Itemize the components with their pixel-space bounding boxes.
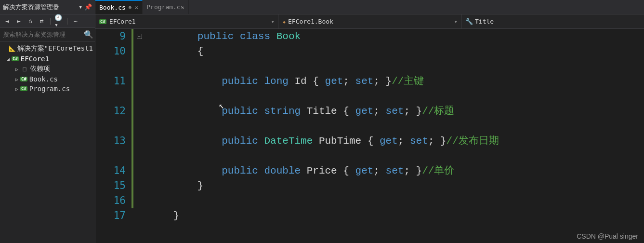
search-icon[interactable]: 🔍	[84, 30, 93, 39]
home-icon[interactable]: ⌂	[26, 17, 35, 26]
nav-member-label: Title	[475, 18, 494, 25]
code-line[interactable]: public DateTime PubTime { get; set; }//发…	[149, 134, 644, 148]
chevron-right-icon: ▷	[13, 67, 20, 72]
code-line[interactable]: public string Title { get; set; }//标题	[149, 104, 644, 119]
editor-margin	[95, 29, 105, 243]
back-icon[interactable]: ◄	[3, 17, 12, 26]
dropdown-icon[interactable]: ▾	[79, 3, 82, 11]
fold-toggle-icon[interactable]: −	[137, 34, 142, 39]
chevron-down-icon: ◢	[5, 56, 12, 62]
nav-class-dropdown[interactable]: ⬥ EFCore1.Book ▼	[278, 14, 461, 28]
wrench-icon: 🔧	[465, 18, 473, 25]
solution-explorer-header: 解决方案资源管理器 ▾ 📌	[0, 0, 95, 14]
close-icon[interactable]: ×	[134, 4, 138, 11]
nav-bar: C# EFCore1 ▼ ⬥ EFCore1.Book ▼ 🔧 Title	[95, 14, 644, 29]
code-line[interactable]: public class Book	[149, 29, 644, 44]
code-line[interactable]: }	[149, 208, 644, 223]
class-icon: ⬥	[282, 18, 286, 25]
nav-class-label: EFCore1.Book	[288, 18, 333, 25]
editor-tabs: Book.cs ⊕ × Program.cs	[95, 0, 644, 14]
line-number: 11	[105, 74, 126, 89]
more-icon[interactable]: ⋯	[71, 17, 80, 26]
code-line[interactable]: public long Id { get; set; }//主键	[149, 74, 644, 89]
line-number: 10	[105, 44, 126, 59]
line-number: 16	[105, 193, 126, 208]
line-number: 12	[105, 104, 126, 119]
tab-program[interactable]: Program.cs	[143, 0, 188, 14]
code-line[interactable]	[149, 193, 644, 208]
nav-project-label: EFCore1	[109, 18, 136, 25]
chevron-down-icon: ▼	[455, 19, 457, 24]
chevron-down-icon: ▼	[272, 19, 274, 24]
sync-icon[interactable]: ⇄	[38, 17, 46, 26]
line-number: 17	[105, 208, 126, 223]
line-number: 15	[105, 178, 126, 193]
watermark: CSDN @Pual singer	[577, 232, 638, 240]
tree-item-label: Book.cs	[29, 75, 58, 83]
tab-label: Book.cs	[99, 4, 126, 11]
solution-toolbar: ◄ ► ⌂ ⇄ 🕘▾ ⋯	[0, 14, 95, 28]
line-number: 14	[105, 163, 126, 178]
line-number: 9	[105, 29, 126, 44]
tab-label: Program.cs	[146, 3, 184, 11]
line-number: 13	[105, 134, 126, 148]
project-node[interactable]: ◢ C# EFCore1	[0, 54, 95, 64]
search-row: 🔍	[0, 28, 95, 41]
history-icon[interactable]: 🕘▾	[54, 17, 63, 26]
project-label: EFCore1	[21, 55, 49, 63]
tree-item-deps[interactable]: ▷ ⬚ 依赖项	[0, 64, 95, 74]
code-line[interactable]: public double Price { get; set; }//单价	[149, 163, 644, 178]
tree-item-label: Program.cs	[29, 85, 70, 93]
solution-label: 解决方案"EFCoreTest1	[17, 44, 93, 53]
solution-tree: 📐 解决方案"EFCoreTest1 ◢ C# EFCore1 ▷ ⬚ 依赖项 …	[0, 41, 95, 95]
code-editor[interactable]: 91011121314151617 − public class Book { …	[95, 29, 644, 243]
nav-member-dropdown[interactable]: 🔧 Title	[461, 14, 644, 28]
tree-item-label: 依赖项	[30, 65, 50, 73]
tab-book[interactable]: Book.cs ⊕ ×	[95, 0, 143, 14]
csharp-file-icon: C#	[20, 77, 27, 81]
code-content[interactable]: public class Book { public long Id { get…	[144, 29, 644, 243]
forward-icon[interactable]: ►	[14, 17, 23, 26]
editor-main: Book.cs ⊕ × Program.cs C# EFCore1 ▼ ⬥ EF…	[95, 0, 644, 243]
chevron-right-icon: ▷	[13, 86, 20, 92]
code-line[interactable]: {	[149, 44, 644, 59]
solution-explorer: 解决方案资源管理器 ▾ 📌 ◄ ► ⌂ ⇄ 🕘▾ ⋯ 🔍 📐 解决方案"EFCo…	[0, 0, 95, 243]
tree-item-book[interactable]: ▷ C# Book.cs	[0, 74, 95, 84]
panel-title: 解决方案资源管理器	[3, 3, 79, 12]
csharp-file-icon: C#	[20, 86, 27, 91]
code-line[interactable]: }	[149, 178, 644, 193]
dependencies-icon: ⬚	[20, 66, 29, 72]
fold-gutter: −	[134, 29, 144, 243]
solution-icon: 📐	[8, 45, 16, 52]
csharp-badge-icon: C#	[12, 56, 19, 61]
tree-item-program[interactable]: ▷ C# Program.cs	[0, 84, 95, 94]
solution-node[interactable]: 📐 解决方案"EFCoreTest1	[0, 43, 95, 54]
line-number-gutter: 91011121314151617	[105, 29, 131, 243]
chevron-right-icon: ▷	[13, 77, 20, 82]
nav-project-dropdown[interactable]: C# EFCore1 ▼	[95, 14, 278, 28]
search-input[interactable]	[3, 31, 84, 38]
pin-icon[interactable]: 📌	[84, 3, 92, 11]
pin-icon[interactable]: ⊕	[129, 4, 132, 11]
csharp-badge-icon: C#	[99, 19, 106, 24]
